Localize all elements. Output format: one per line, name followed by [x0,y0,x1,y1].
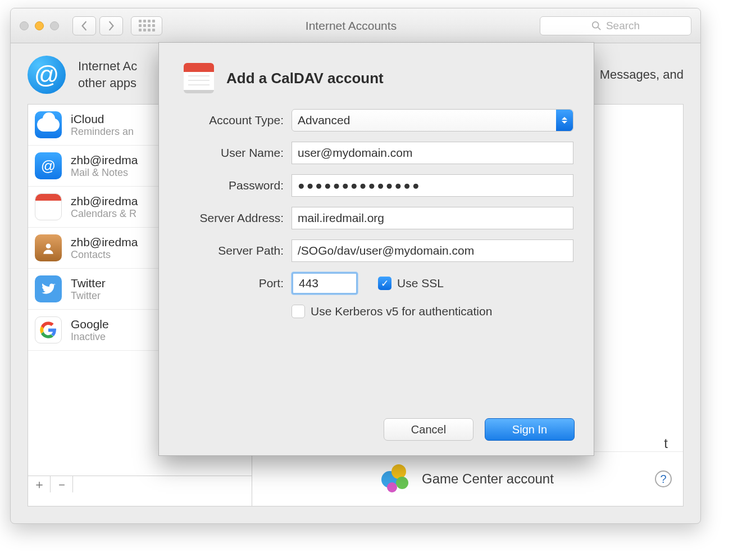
show-all-button[interactable] [131,16,162,35]
chevron-updown-icon [556,110,573,131]
server-address-label: Server Address: [179,211,284,225]
window-title: Internet Accounts [162,19,540,33]
calendar-icon [184,63,214,93]
add-caldav-dialog: Add a CalDAV account Account Type: Advan… [158,42,594,456]
svg-point-2 [46,243,51,248]
server-address-input[interactable]: mail.iredmail.org [292,207,573,229]
help-button[interactable]: ? [655,470,672,487]
user-name-input[interactable]: user@mydomain.com [292,142,573,164]
back-button[interactable] [72,16,96,35]
port-input[interactable]: 443 [292,272,358,295]
password-label: Password: [179,179,284,192]
traffic-lights [20,21,59,30]
preferences-window: Internet Accounts Search @ Internet Ac o… [10,8,701,524]
desc-line1: Internet Ac [78,59,137,73]
use-ssl-label: Use SSL [397,277,444,290]
user-name-label: User Name: [179,146,284,160]
forward-button[interactable] [99,16,123,35]
account-type-label: Account Type: [179,114,284,127]
close-window-button[interactable] [20,21,29,30]
gamecenter-row[interactable]: Game Center account ? [252,451,683,506]
desc-line2: other apps [78,76,136,90]
icloud-icon [35,111,62,138]
svg-point-0 [593,21,599,28]
search-field[interactable]: Search [540,16,691,35]
desc-right-fragment: Messages, and [600,67,684,82]
add-account-button[interactable]: ＋ [28,476,51,492]
google-icon [35,316,62,343]
gamecenter-icon [381,464,411,494]
port-label: Port: [179,277,284,290]
caldav-form: Account Type: Advanced User Name: user@m… [159,109,594,318]
grid-icon [139,20,155,31]
dialog-title: Add a CalDAV account [226,70,384,87]
contacts-icon [35,234,62,261]
server-path-label: Server Path: [179,244,284,257]
svg-line-1 [598,27,601,30]
internet-accounts-icon: @ [28,56,66,94]
search-placeholder: Search [606,20,640,32]
dialog-footer: Cancel Sign In [384,418,575,441]
use-ssl-checkbox[interactable]: ✓ [378,277,391,290]
calendar-icon [35,193,62,220]
use-kerberos-label: Use Kerberos v5 for authentication [311,305,492,318]
obscured-text-fragment: t [664,436,668,451]
account-type-select[interactable]: Advanced [292,109,573,132]
use-kerberos-checkbox[interactable] [292,305,305,318]
minimize-window-button[interactable] [35,21,44,30]
twitter-icon [35,275,62,302]
titlebar: Internet Accounts Search [11,8,700,43]
at-icon: @ [35,152,62,179]
zoom-window-button[interactable] [50,21,59,30]
search-icon [591,21,602,31]
sign-in-button[interactable]: Sign In [485,418,575,441]
password-input[interactable]: ●●●●●●●●●●●●●● [292,174,573,197]
cancel-button[interactable]: Cancel [384,418,473,441]
sidebar-footer: ＋ － [28,476,252,492]
remove-account-button[interactable]: － [51,476,73,492]
gamecenter-label: Game Center account [422,471,554,487]
server-path-input[interactable]: /SOGo/dav/user@mydomain.com [292,239,573,262]
